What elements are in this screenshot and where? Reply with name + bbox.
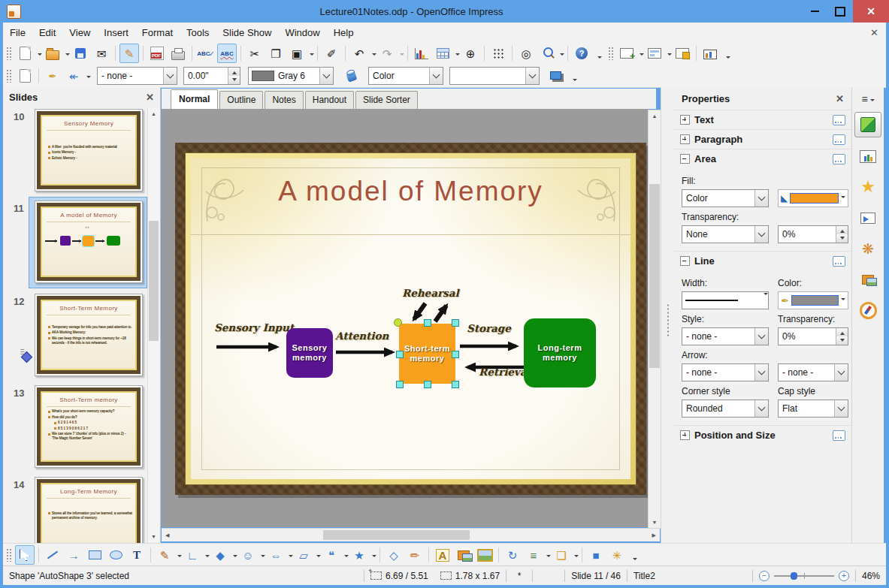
slide-transition-indicator[interactable] — [21, 351, 33, 363]
sidebar-tab-effects[interactable]: ❋ — [855, 237, 881, 261]
new-slide-button[interactable] — [617, 44, 637, 63]
scroll-right-icon[interactable]: ▶ — [649, 532, 660, 538]
stars-tool[interactable]: ★ — [349, 545, 369, 565]
symbol-shapes-dropdown[interactable] — [261, 555, 265, 559]
slide-layout-button[interactable] — [645, 44, 664, 63]
line-color-select[interactable]: Gray 6 — [248, 67, 334, 85]
export-pdf-button[interactable] — [147, 44, 167, 63]
tab-slide-sorter[interactable]: Slide Sorter — [355, 91, 418, 109]
zoom-slider[interactable]: − + — [759, 571, 849, 581]
zoom-slider-track[interactable] — [774, 575, 834, 577]
curve-tool[interactable]: ✎ — [155, 545, 174, 565]
from-file-tool[interactable] — [475, 545, 494, 565]
zoom-out-icon[interactable]: − — [759, 571, 770, 581]
arrange-tool[interactable]: ❏ — [552, 545, 571, 565]
arrow-style-dropdown[interactable] — [86, 76, 91, 80]
line-width-spinner[interactable]: 0.00" — [183, 67, 240, 85]
rotate-tool[interactable]: ↻ — [503, 545, 522, 565]
fill-type-select-panel[interactable]: Color — [682, 189, 769, 207]
page-style-field[interactable]: Title2 — [627, 566, 752, 585]
line-width-select[interactable] — [682, 291, 769, 309]
collapse-icon[interactable] — [680, 256, 690, 266]
zoom-slider-thumb[interactable] — [791, 572, 797, 580]
edit-points-tool[interactable]: ◇ — [384, 545, 404, 565]
scroll-left-icon[interactable]: ◀ — [162, 532, 173, 538]
drawbar-options[interactable] — [630, 553, 637, 562]
text-tool[interactable]: T — [127, 545, 147, 565]
slide-editing-area[interactable]: A model of Memory Sensory Input Attentio… — [175, 143, 646, 495]
slide-layout-dropdown[interactable] — [667, 53, 672, 58]
selection-handle-bottom[interactable] — [424, 381, 431, 388]
scrollbar-thumb[interactable] — [649, 184, 660, 368]
undo-button[interactable]: ↶ — [349, 44, 369, 63]
fontwork-tool[interactable]: A — [433, 545, 452, 565]
connector-dropdown[interactable] — [205, 555, 210, 559]
table-dropdown[interactable] — [455, 53, 460, 58]
basic-shapes-tool[interactable]: ◆ — [210, 545, 230, 565]
tab-handout[interactable]: Handout — [305, 91, 354, 109]
slide-thumbnail-14[interactable]: Long-Term Memory Stores all the informat… — [35, 477, 143, 543]
selection-handle-bottomright[interactable] — [452, 381, 459, 388]
help-button[interactable]: ? — [572, 44, 591, 63]
slide-thumbnail-10[interactable]: Sensory Memory A filter: you're flooded … — [35, 109, 143, 191]
close-button[interactable]: ✕ — [853, 0, 889, 23]
menu-window[interactable]: Window — [278, 24, 326, 41]
shadow-button[interactable] — [547, 66, 567, 86]
slide-number-field[interactable]: Slide 11 / 46 — [565, 566, 627, 585]
slide-thumbnail-12[interactable]: Short-Term Memory Temporary storage for … — [35, 294, 143, 376]
arrow-tool[interactable]: → — [64, 545, 83, 565]
paste-button[interactable]: ▣ — [287, 44, 307, 63]
align-dropdown[interactable] — [546, 555, 551, 559]
line-width-dropdown[interactable] — [764, 293, 768, 308]
print-button[interactable] — [168, 44, 188, 63]
curve-dropdown[interactable] — [177, 555, 182, 559]
zoom-in-icon[interactable]: + — [839, 571, 849, 581]
section-position-size[interactable]: Position and Size — [674, 425, 851, 445]
slideshow-button[interactable] — [700, 44, 720, 63]
canvas-vertical-scrollbar[interactable]: ▲ ▼ — [648, 110, 661, 529]
redo-dropdown[interactable] — [400, 53, 404, 58]
close-document-icon[interactable]: ✕ — [870, 27, 878, 38]
slides-panel-close-icon[interactable]: ✕ — [146, 92, 154, 103]
properties-close-icon[interactable]: ✕ — [836, 93, 844, 104]
area-dialog-button[interactable] — [342, 66, 361, 86]
zoom-percent-field[interactable]: 46% — [856, 566, 886, 585]
expand-icon[interactable] — [680, 134, 690, 144]
area-dialog-launcher-icon[interactable] — [833, 154, 845, 164]
presentation-toolbar-options[interactable] — [724, 52, 730, 61]
autospellcheck-button[interactable]: ABC — [217, 44, 237, 63]
sidebar-tab-gallery[interactable] — [855, 267, 881, 291]
cursor-position-field[interactable]: 6.69 / 5.51 — [364, 566, 434, 585]
slide-thumbnail-11[interactable]: A model of Memory ∧∧ — [35, 201, 143, 283]
tab-notes[interactable]: Notes — [265, 91, 303, 109]
long-term-memory-shape[interactable]: Long-term memory — [524, 318, 596, 387]
menu-help[interactable]: Help — [327, 24, 361, 41]
sidebar-splitter[interactable] — [661, 87, 675, 543]
fill-color-select[interactable] — [449, 67, 540, 85]
menu-file[interactable]: File — [3, 24, 32, 41]
section-paragraph[interactable]: Paragraph — [674, 129, 851, 149]
maximize-button[interactable] — [827, 0, 853, 23]
expand-icon[interactable] — [680, 115, 690, 125]
line-tool[interactable] — [43, 545, 62, 565]
fill-color-dropdown[interactable] — [841, 196, 845, 201]
open-dropdown[interactable] — [65, 53, 70, 58]
arrange-dropdown[interactable] — [574, 555, 579, 559]
width-down-button[interactable] — [228, 76, 240, 84]
menu-slideshow[interactable]: Slide Show — [216, 24, 278, 41]
line-transparency-spinner[interactable]: 0% — [778, 327, 848, 345]
basic-shapes-dropdown[interactable] — [233, 555, 237, 559]
expand-icon[interactable] — [680, 430, 690, 440]
short-term-memory-shape[interactable]: Short-term memory — [399, 324, 455, 384]
object-size-field[interactable]: 1.78 x 1.67 — [434, 566, 506, 585]
presentation-toolbar-grip[interactable] — [608, 47, 613, 60]
selection-handle-right[interactable] — [452, 351, 459, 358]
arrow-start-select[interactable]: - none - — [682, 363, 769, 381]
connector-tool[interactable]: ∟ — [183, 545, 202, 565]
scroll-up-icon[interactable]: ▲ — [148, 108, 159, 119]
navigator-button[interactable]: ◎ — [516, 44, 536, 63]
text-dialog-launcher-icon[interactable] — [833, 115, 845, 125]
menu-view[interactable]: View — [62, 24, 97, 41]
extrusion-tool[interactable]: ■ — [586, 545, 606, 565]
selection-handle-bottomleft[interactable] — [396, 381, 404, 388]
